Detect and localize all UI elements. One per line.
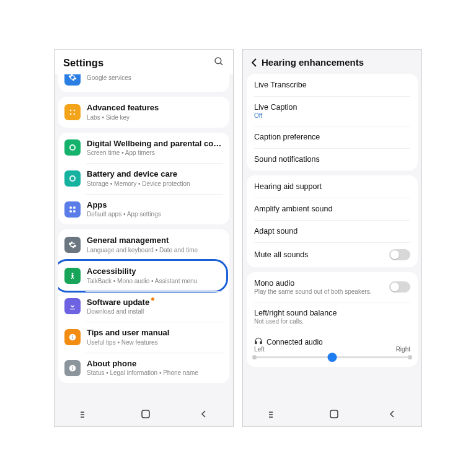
info-icon xyxy=(64,360,81,376)
svg-point-18 xyxy=(72,366,73,367)
settings-item-tips-and-user-manual[interactable]: Tips and user manualUseful tips • New fe… xyxy=(58,322,229,353)
search-icon[interactable] xyxy=(213,56,224,69)
item-text: AppsDefault apps • App settings xyxy=(87,200,223,219)
person-icon xyxy=(64,268,81,284)
nav-home-icon[interactable] xyxy=(141,409,151,421)
item-subtitle: Useful tips • New features xyxy=(87,338,223,346)
update-badge-icon xyxy=(151,298,154,301)
item-title: Digital Wellbeing and parental controls xyxy=(87,139,223,149)
nav-recents-icon[interactable] xyxy=(268,410,280,421)
row-live-transcribe[interactable]: Live Transcribe xyxy=(247,74,418,96)
item-subtitle: TalkBack • Mono audio • Assistant menu xyxy=(87,277,223,285)
svg-rect-28 xyxy=(330,410,338,418)
row-live-caption[interactable]: Live CaptionOff xyxy=(247,96,418,126)
toggle-mono-audio[interactable] xyxy=(389,281,410,293)
row-title: Adapt sound xyxy=(254,227,410,236)
settings-group: Advanced featuresLabs • Side key xyxy=(58,97,229,128)
settings-item-partial[interactable]: Google services xyxy=(58,74,229,92)
item-subtitle: Google services xyxy=(87,74,223,82)
row-title: Sound notifications xyxy=(254,155,410,164)
item-text: AccessibilityTalkBack • Mono audio • Ass… xyxy=(87,267,223,285)
hearing-list[interactable]: Live TranscribeLive CaptionOffCaption pr… xyxy=(243,74,421,372)
row-sound-notifications[interactable]: Sound notifications xyxy=(247,148,418,170)
row-title: Hearing aid support xyxy=(254,182,410,191)
row-title: Mono audio xyxy=(254,279,389,288)
nav-back-icon[interactable] xyxy=(200,410,208,421)
svg-rect-10 xyxy=(69,210,72,213)
back-icon[interactable] xyxy=(248,58,262,68)
row-title: Mute all sounds xyxy=(254,250,389,259)
item-title: Tips and user manual xyxy=(87,328,223,338)
row-mute-all-sounds[interactable]: Mute all sounds xyxy=(247,242,418,267)
row-amplify-ambient-sound[interactable]: Amplify ambient sound xyxy=(247,198,418,220)
svg-point-0 xyxy=(215,58,221,64)
item-title: Apps xyxy=(87,200,223,210)
row-mono-audio[interactable]: Mono audioPlay the same sound out of bot… xyxy=(247,272,418,302)
row-subtitle: Off xyxy=(254,112,410,119)
svg-rect-8 xyxy=(69,206,72,209)
settings-item-digital-wellbeing-and-parental-controls[interactable]: Digital Wellbeing and parental controlsS… xyxy=(58,133,229,164)
item-subtitle: Language and keyboard • Date and time xyxy=(87,246,223,254)
dots-icon xyxy=(64,104,81,120)
item-text: Advanced featuresLabs • Side key xyxy=(87,103,223,121)
svg-rect-14 xyxy=(72,337,73,339)
row-caption-preference[interactable]: Caption preference xyxy=(247,126,418,148)
slider-thumb[interactable] xyxy=(328,353,337,362)
settings-list[interactable]: Google servicesAdvanced featuresLabs • S… xyxy=(55,74,233,404)
page-title: Settings xyxy=(63,57,213,69)
item-subtitle: Download and install xyxy=(87,307,223,315)
down-icon xyxy=(64,298,81,314)
item-text: Google services xyxy=(87,74,223,82)
svg-point-6 xyxy=(70,145,75,150)
row-adapt-sound[interactable]: Adapt sound xyxy=(247,220,418,242)
item-title: Accessibility xyxy=(87,267,223,276)
nav-recents-icon[interactable] xyxy=(79,410,92,421)
item-title: Battery and device care xyxy=(87,169,223,179)
settings-header: Settings xyxy=(55,50,233,74)
row-left-right-sound-balance[interactable]: Left/right sound balanceNot used for cal… xyxy=(247,302,418,332)
settings-item-apps[interactable]: AppsDefault apps • App settings xyxy=(58,194,229,225)
svg-rect-17 xyxy=(72,367,73,369)
balance-slider[interactable] xyxy=(254,356,410,358)
settings-group: Digital Wellbeing and parental controlsS… xyxy=(58,133,229,225)
slider-right-label: Right xyxy=(396,346,410,353)
grid-icon xyxy=(64,201,81,218)
item-subtitle: Labs • Side key xyxy=(87,113,223,121)
svg-point-15 xyxy=(72,335,73,337)
settings-card: Mono audioPlay the same sound out of bot… xyxy=(247,272,418,367)
svg-point-7 xyxy=(70,176,75,181)
settings-item-about-phone[interactable]: About phoneStatus • Legal information • … xyxy=(58,353,229,384)
settings-item-battery-and-device-care[interactable]: Battery and device careStorage • Memory … xyxy=(58,163,229,194)
svg-rect-24 xyxy=(260,342,262,344)
row-subtitle: Not used for calls. xyxy=(254,318,410,325)
svg-rect-23 xyxy=(255,342,257,344)
item-title: General management xyxy=(87,236,223,245)
svg-rect-11 xyxy=(73,210,76,213)
settings-screen: Settings Google servicesAdvanced feature… xyxy=(54,49,234,427)
svg-point-2 xyxy=(70,110,72,112)
settings-item-advanced-features[interactable]: Advanced featuresLabs • Side key xyxy=(58,97,229,128)
row-title: Left/right sound balance xyxy=(254,309,410,317)
svg-point-3 xyxy=(74,110,76,112)
svg-point-4 xyxy=(70,113,72,115)
ring-icon xyxy=(64,139,81,156)
hearing-header: Hearing enhancements xyxy=(243,50,421,74)
item-title: Software update xyxy=(87,298,223,307)
settings-item-accessibility[interactable]: AccessibilityTalkBack • Mono audio • Ass… xyxy=(58,260,229,291)
item-subtitle: Default apps • App settings xyxy=(87,210,223,218)
nav-home-icon[interactable] xyxy=(329,409,339,421)
settings-card: Hearing aid supportAmplify ambient sound… xyxy=(247,175,418,267)
nav-back-icon[interactable] xyxy=(388,410,397,421)
slider-left-label: Left xyxy=(254,346,265,353)
settings-item-general-management[interactable]: General managementLanguage and keyboard … xyxy=(58,229,229,260)
settings-item-software-update[interactable]: Software updateDownload and install xyxy=(58,291,229,322)
hearing-enhancements-screen: Hearing enhancements Live TranscribeLive… xyxy=(242,49,422,427)
system-nav xyxy=(243,404,421,426)
item-text: Battery and device careStorage • Memory … xyxy=(87,169,223,188)
toggle-mute-all-sounds[interactable] xyxy=(389,249,410,260)
gear-icon xyxy=(64,74,81,86)
page-title: Hearing enhancements xyxy=(262,57,364,68)
item-text: General managementLanguage and keyboard … xyxy=(87,236,223,254)
row-hearing-aid-support[interactable]: Hearing aid support xyxy=(247,175,418,198)
item-subtitle: Status • Legal information • Phone name xyxy=(87,369,223,377)
